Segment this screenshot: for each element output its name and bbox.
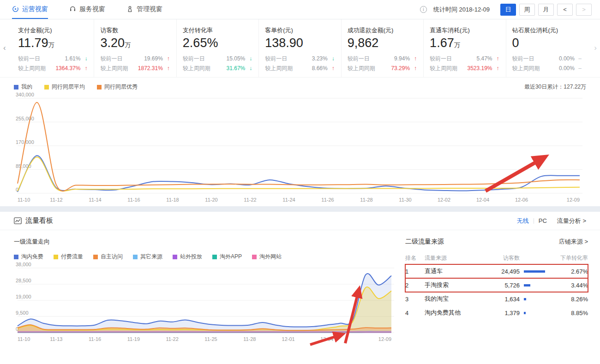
kpi-title: 钻石展位消耗(元): [512, 26, 582, 35]
tab-operation-window[interactable]: 运营视窗: [12, 0, 48, 19]
trend-up-icon: ↑: [163, 55, 170, 62]
trend-chart-section: 我的同行同层平均同行同层优秀 最近30日累计：127.22万 085,00017…: [0, 78, 600, 206]
kpi-compare-label: 较上周同期: [183, 65, 210, 72]
kpi-title: 支付金额(元): [18, 26, 87, 35]
svg-text:11-12: 11-12: [50, 197, 62, 203]
kpi-card-1[interactable]: 支付金额(元)11.79万较前一日1.61%↓较上周同期1364.37%↑: [12, 19, 94, 77]
legend-label: 同行同层优秀: [104, 83, 138, 91]
kpi-value: 9,862: [348, 36, 417, 52]
svg-text:38,000: 38,000: [16, 262, 31, 267]
operation-window-icon: [12, 6, 19, 12]
kpi-compare-label: 较上周同期: [265, 65, 293, 72]
legend-swatch: [14, 255, 18, 259]
kpi-compare-value: 8.66%: [312, 65, 328, 72]
cards-scroll-left-icon[interactable]: ‹: [3, 43, 6, 53]
legend-item[interactable]: 我的: [14, 83, 32, 91]
stat-time-label: 统计时间 2018-12-09: [433, 6, 490, 14]
svg-text:255,000: 255,000: [16, 116, 34, 121]
kpi-compare-row: 较上周同期8.66%↑: [265, 65, 334, 72]
legend-item[interactable]: 其它来源: [133, 253, 162, 261]
svg-text:11-16: 11-16: [89, 336, 101, 342]
legend-item[interactable]: 淘外网站: [252, 253, 282, 261]
trend-flat-icon: –: [575, 65, 582, 72]
kpi-value: 3.20万: [100, 36, 169, 52]
kpi-compare-value: 9.94%: [394, 55, 410, 62]
source-cell: 淘内免费其他: [425, 309, 475, 317]
kpi-value: 2.65%: [183, 36, 252, 52]
kpi-title: 访客数: [100, 26, 169, 35]
date-next-button[interactable]: >: [576, 4, 592, 16]
conversion-cell: 8.26%: [550, 296, 588, 303]
rank-cell: 3: [405, 296, 425, 303]
svg-text:11-13: 11-13: [50, 336, 62, 342]
svg-text:11-26: 11-26: [321, 197, 334, 203]
rank-cell: 2: [405, 282, 425, 289]
traffic-analysis-link[interactable]: 流量分析 >: [557, 217, 586, 225]
legend-swatch: [97, 85, 102, 90]
svg-text:11-28: 11-28: [243, 336, 256, 342]
kpi-compare-row: 较前一日5.47%↑: [430, 55, 499, 62]
legend-item[interactable]: 同行同层优秀: [97, 83, 138, 91]
kpi-compare-label: 较前一日: [512, 55, 534, 62]
kpi-card-3[interactable]: 支付转化率2.65%较前一日15.05%↓较上周同期31.67%↓: [177, 19, 259, 77]
tab-management-window[interactable]: 管理视窗: [126, 0, 162, 19]
kpi-value: 1.67万: [430, 36, 499, 52]
legend-label: 其它来源: [140, 253, 162, 261]
trend-up-icon: ↑: [328, 65, 335, 72]
pc-toggle[interactable]: PC: [539, 217, 547, 224]
secondary-traffic-header: 二级流量来源 店铺来源 >: [405, 238, 588, 246]
legend-swatch: [212, 255, 217, 259]
legend-item[interactable]: 淘内免费: [14, 253, 43, 261]
legend-item[interactable]: 自主访问: [93, 253, 123, 261]
legend-item[interactable]: 站外投放: [173, 253, 202, 261]
svg-text:12-04: 12-04: [476, 197, 489, 203]
source-cell: 手淘搜索: [425, 281, 475, 289]
visitors-cell: 1,379: [475, 310, 520, 316]
shop-source-link[interactable]: 店铺来源 >: [559, 238, 588, 246]
wireless-toggle[interactable]: 无线: [517, 217, 529, 225]
kpi-card-6[interactable]: 直通车消耗(元)1.67万较前一日5.47%↑较上周同期3523.19%↑: [424, 19, 506, 77]
tab-service-window[interactable]: 服务视窗: [69, 0, 105, 19]
legend-item[interactable]: 淘外APP: [212, 253, 242, 261]
table-row-直通车[interactable]: 1直通车24,4952.67%: [405, 264, 588, 278]
kpi-card-2[interactable]: 访客数3.20万较前一日19.69%↑较上周同期1872.31%↑: [94, 19, 176, 77]
trend-up-icon: ↑: [492, 55, 499, 62]
rank-cell: 1: [405, 268, 425, 275]
trend-down-icon: ↓: [328, 55, 335, 62]
kpi-card-7[interactable]: 钻石展位消耗(元)0较前一日0.00%–较上周同期0.00%–: [506, 19, 588, 77]
conversion-cell: 3.44%: [550, 282, 588, 289]
kpi-compare-row: 较上周同期3523.19%↑: [430, 65, 499, 72]
date-prev-button[interactable]: <: [557, 4, 573, 16]
svg-text:340,000: 340,000: [16, 92, 34, 97]
kpi-compare-value: 3.23%: [312, 55, 328, 62]
trend-up-icon: ↑: [163, 65, 170, 72]
kpi-compare-value: 0.00%: [559, 65, 575, 72]
legend-item[interactable]: 同行同层平均: [44, 83, 85, 91]
kpi-compare-value: 1364.37%: [55, 65, 80, 72]
table-row-手淘搜索[interactable]: 2手淘搜索5,7263.44%: [405, 278, 588, 292]
table-row-淘内免费其他[interactable]: 4淘内免费其他1,3798.85%: [405, 306, 588, 320]
period-week-button[interactable]: 周: [519, 4, 535, 16]
period-month-button[interactable]: 月: [538, 4, 554, 16]
legend-item[interactable]: 付费流量: [54, 253, 83, 261]
table-header-row: 排名流量来源访客数下单转化率: [405, 251, 588, 264]
svg-text:11-19: 11-19: [127, 336, 140, 342]
info-icon[interactable]: i: [420, 6, 427, 13]
trend-down-icon: ↓: [80, 55, 87, 62]
kpi-compare-value: 1.61%: [65, 55, 80, 62]
kpi-card-5[interactable]: 成功退款金额(元)9,862较前一日9.94%↑较上周同期73.29%↑: [342, 19, 424, 77]
visitors-cell: 24,495: [475, 268, 520, 275]
col-source: 流量来源: [425, 254, 475, 262]
secondary-traffic-panel: 二级流量来源 店铺来源 > 排名流量来源访客数下单转化率1直通车24,4952.…: [405, 230, 588, 346]
svg-text:11-22: 11-22: [244, 197, 256, 203]
primary-traffic-legend-items: 淘内免费付费流量自主访问其它来源站外投放淘外APP淘外网站: [14, 253, 292, 261]
kpi-compare-row: 较上周同期73.29%↑: [348, 65, 417, 72]
kpi-card-4[interactable]: 客单价(元)138.90较前一日3.23%↓较上周同期8.66%↑: [259, 19, 341, 77]
cards-scroll-right-icon[interactable]: ›: [594, 43, 597, 53]
table-row-我的淘宝[interactable]: 3我的淘宝1,6348.26%: [405, 292, 588, 306]
kpi-compare-row: 较前一日19.69%↑: [100, 55, 169, 62]
kpi-compare-label: 较前一日: [265, 55, 287, 62]
period-day-button[interactable]: 日: [500, 4, 516, 16]
legend-swatch: [93, 255, 98, 259]
visitors-bar: [524, 312, 526, 314]
